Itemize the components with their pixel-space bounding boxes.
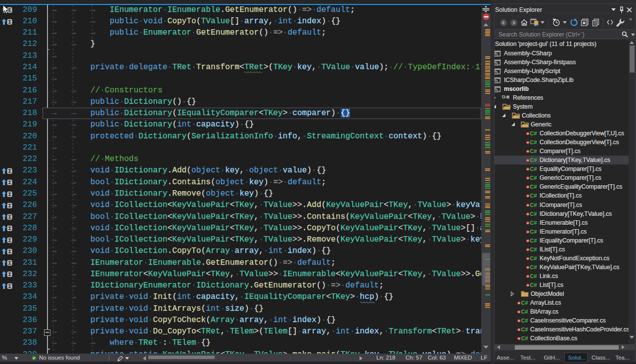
svg-text:C#: C# — [530, 211, 537, 217]
svg-text:C#: C# — [530, 148, 537, 154]
svg-text:C#: C# — [530, 166, 537, 172]
svg-text:C#: C# — [530, 238, 537, 243]
svg-text:C#: C# — [521, 326, 528, 332]
svg-text:C#: C# — [530, 130, 537, 136]
svg-text:C#: C# — [530, 255, 537, 261]
svg-text:C#: C# — [530, 264, 537, 270]
svg-text:C#: C# — [530, 202, 537, 208]
svg-text:C#: C# — [530, 246, 537, 252]
svg-text:C#: C# — [530, 282, 537, 288]
svg-text:C#: C# — [530, 175, 537, 181]
svg-text:C#: C# — [530, 229, 537, 235]
svg-text:C#: C# — [530, 184, 537, 190]
svg-text:C#: C# — [530, 139, 537, 145]
svg-text:C#: C# — [530, 157, 537, 163]
svg-text:C#: C# — [521, 335, 528, 341]
svg-text:C#: C# — [521, 300, 528, 306]
svg-text:C#: C# — [521, 318, 528, 324]
svg-text:C#: C# — [530, 220, 537, 226]
svg-text:C#: C# — [530, 273, 537, 279]
svg-text:C#: C# — [521, 309, 528, 315]
svg-text:C#: C# — [530, 193, 537, 199]
